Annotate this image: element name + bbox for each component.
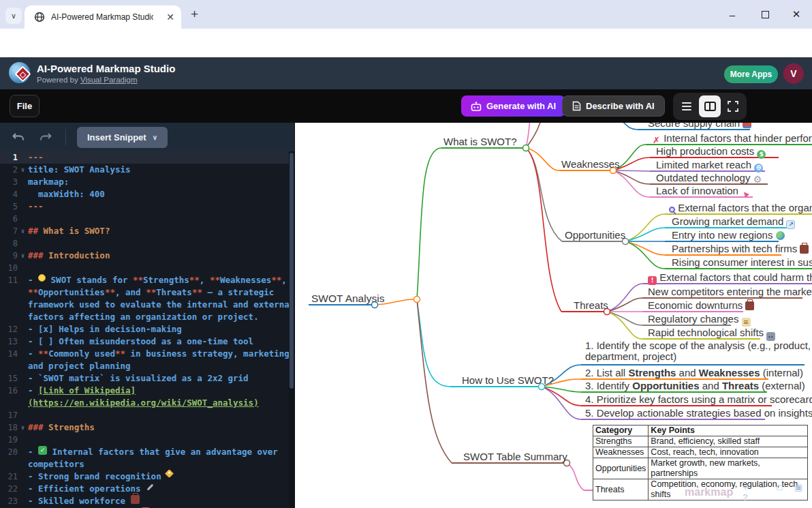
insert-snippet-button[interactable]: Insert Snippet ∨: [77, 127, 168, 148]
table-row: StrengthsBrand, efficiency, skilled staf…: [593, 436, 808, 447]
code-line: factors affecting an organization or pro…: [0, 311, 294, 323]
browser-tab[interactable]: AI-Powered Markmap Studio ✕: [25, 5, 181, 29]
split-view-button[interactable]: [699, 95, 721, 117]
app-window: ∨ AI-Powered Markmap Studio ✕ + – ✕: [0, 0, 812, 508]
user-avatar[interactable]: V: [783, 63, 804, 84]
mindmap-node-how-to-use[interactable]: How to Use SWOT?: [462, 374, 554, 386]
mindmap-node-weakness-3[interactable]: Limited market reach ⊕: [656, 159, 763, 173]
undo-button[interactable]: [11, 130, 26, 145]
app-logo-icon: [9, 61, 33, 85]
new-tab-button[interactable]: +: [191, 7, 198, 22]
code-line: competitors: [0, 458, 294, 470]
mindmap-node-how-step-2[interactable]: 2. List all Strengths and Weaknesses (in…: [585, 367, 803, 378]
mindmap-node-how-step-3[interactable]: 3. Identify Opportunities and Threats (e…: [585, 380, 805, 391]
mindmap-node-how-step-1[interactable]: 1. Identify the scope of the analysis (e…: [585, 340, 811, 362]
window-close-button[interactable]: ✕: [789, 7, 804, 22]
truck-icon: [743, 123, 751, 128]
table-row: OpportunitiesMarket growth, new markets,…: [593, 458, 808, 479]
window-maximize-button[interactable]: [758, 7, 772, 22]
what-node-circle[interactable]: [523, 145, 529, 151]
table-cell: Opportunities: [593, 458, 649, 479]
toolbar-separator: [658, 98, 659, 115]
mindmap-node-opportunity-1[interactable]: External factors that the organization c…: [669, 202, 812, 213]
more-apps-button[interactable]: More Apps: [724, 65, 778, 83]
fullscreen-view-button[interactable]: [722, 95, 744, 117]
mindmap-node-threat-1[interactable]: ! External factors that could harm the o…: [648, 271, 812, 285]
mindmap-node-threat-3[interactable]: Economic downturns: [648, 299, 754, 311]
markmap-canvas[interactable]: SWOT AnalysisWhat is SWOT?WeaknessesOppo…: [295, 123, 812, 508]
markmap-watermark: markmap + − □ ▣ ?: [685, 482, 812, 503]
mindmap-node-weakness-4[interactable]: Outdated technology ⚙: [656, 172, 762, 184]
code-line: 16- [Link of Wikipedia]: [0, 385, 294, 397]
mindmap-node-weakness-5[interactable]: Lack of innovation ▲: [656, 185, 750, 198]
rocket-icon: ▲: [739, 188, 751, 200]
money-icon: $: [757, 150, 766, 159]
generate-with-ai-button[interactable]: Generate with AI: [461, 95, 565, 117]
code-line: 22- Efficient operations: [0, 483, 294, 495]
tab-title: AI-Powered Markmap Studio: [51, 12, 153, 22]
alarm-icon: !: [648, 276, 657, 285]
mindmap-node-root[interactable]: SWOT Analysis: [311, 293, 384, 305]
editor-toolbar: Insert Snippet ∨: [0, 123, 294, 151]
editor-scrollbar-thumb[interactable]: [290, 153, 294, 389]
mindmap-node-what-is-swot[interactable]: What is SWOT?: [443, 136, 517, 147]
briefcase-icon: [745, 301, 754, 310]
code-line: 10: [0, 262, 294, 274]
view-mode-toggle: [673, 93, 747, 120]
table-cell: Brand, efficiency, skilled staff: [649, 436, 808, 447]
code-line: 6: [0, 213, 294, 225]
chart-icon: ↗: [786, 220, 795, 229]
code-line: 8: [0, 237, 294, 250]
code-line: 3markmap:: [0, 176, 294, 188]
code-line: 20- ✓ Internal factors that give an adva…: [0, 446, 294, 458]
code-line: framework used to evaluate the internal …: [0, 299, 294, 311]
redo-button[interactable]: [38, 130, 53, 145]
cross-icon: ✗: [652, 136, 661, 145]
file-menu-button[interactable]: File: [10, 95, 40, 117]
fullscreen-icon: [728, 101, 738, 112]
mindmap-node-threats[interactable]: Threats: [574, 299, 608, 311]
code-line: 17: [0, 409, 294, 421]
editor-only-view-button[interactable]: [676, 95, 698, 117]
robot-icon: [471, 102, 482, 111]
search-icon: [669, 207, 675, 213]
mindmap-node-weaknesses[interactable]: Weaknesses: [561, 158, 620, 170]
tab-search-chevron-icon[interactable]: ∨: [5, 8, 22, 24]
window-minimize-button[interactable]: –: [725, 7, 740, 22]
mindmap-node-opportunity-3[interactable]: Entry into new regions: [672, 229, 785, 241]
mindmap-node-weakness-2[interactable]: High production costs $: [656, 145, 766, 159]
root-hub-circle[interactable]: [414, 297, 420, 303]
tab-close-icon[interactable]: ✕: [166, 12, 174, 22]
powered-by: Powered by Visual Paradigm: [37, 76, 137, 84]
chevron-down-icon: ∨: [153, 134, 157, 141]
code-line: 23- Skilled workforce: [0, 495, 294, 507]
markmap-toolbar-icons[interactable]: + − □ ▣ ?: [743, 482, 812, 503]
browser-tab-strip: ∨ AI-Powered Markmap Studio ✕ + – ✕: [0, 0, 812, 29]
mindmap-node-how-step-4[interactable]: 4. Prioritize key factors using a matrix…: [585, 393, 812, 405]
table-cell: Threats: [593, 479, 649, 500]
mindmap-node-weakness-1[interactable]: ✗ Internal factors that hinder performan…: [652, 132, 812, 145]
code-line: 15- `SWOT matrix` is visualized as a 2x2…: [0, 372, 294, 385]
gear-icon: ⚙: [753, 175, 762, 184]
check-icon: ✓: [38, 446, 47, 455]
code-line: 11- SWOT stands for **Strengths**, **Wea…: [0, 274, 294, 286]
mindmap-node-secure-supply-chain[interactable]: Secure supply chain: [648, 123, 751, 129]
split-view-icon: [704, 102, 716, 111]
mindmap-node-opportunity-2[interactable]: Growing market demand ↗: [672, 215, 795, 229]
code-line: 18∨### Strengths: [0, 421, 294, 434]
mindmap-node-opportunity-5[interactable]: Rising consumer interest in sustainabili…: [672, 256, 812, 268]
mindmap-node-threat-2[interactable]: New competitors entering the market ▲: [648, 286, 812, 299]
code-line: and project planning: [0, 360, 294, 372]
code-line: 19: [0, 434, 294, 446]
mindmap-node-how-step-5[interactable]: 5. Develop actionable strategies based o…: [585, 407, 812, 419]
mindmap-node-opportunities[interactable]: Opportunities: [565, 229, 625, 241]
describe-with-ai-button[interactable]: Describe with AI: [562, 95, 665, 117]
mindmap-node-opportunity-4[interactable]: Partnerships with tech firms: [672, 243, 809, 254]
mindmap-node-threat-5[interactable]: Rapid technological shifts ..: [648, 327, 775, 341]
markdown-code-editor[interactable]: 1---2∨title: SWOT Analysis3markmap:4 max…: [0, 151, 294, 508]
table-cell: Cost, reach, tech, innovation: [649, 447, 808, 458]
visual-paradigm-link[interactable]: Visual Paradigm: [80, 76, 138, 84]
mindmap-node-table-summary[interactable]: SWOT Table Summary: [463, 451, 567, 462]
mindmap-node-threat-4[interactable]: Regulatory changes ≡: [648, 313, 751, 327]
table-cell: Weaknesses: [593, 447, 649, 458]
